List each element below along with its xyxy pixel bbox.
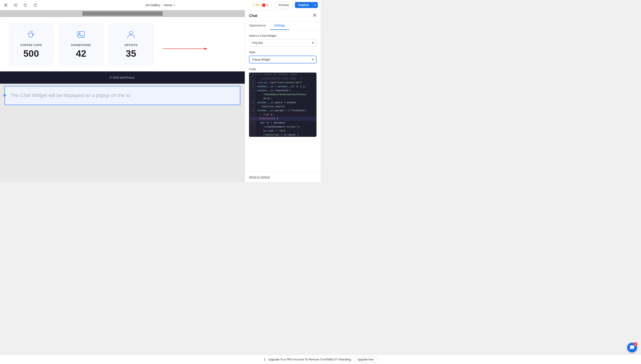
code-line-4c: 0e7a"; — [249, 96, 316, 100]
tab-appearance[interactable]: Appearance — [245, 21, 270, 30]
stat-label-exhibitions: EXHIBITIONS — [71, 44, 91, 47]
error-count: 1 — [267, 3, 268, 7]
reset-to-default-button[interactable]: Reset to Default — [249, 175, 270, 179]
code-line-3: 3 window.__tc = window.__tc || { }; — [249, 84, 316, 88]
stat-card-coffee: COFFEE CUPS 500 — [9, 24, 54, 65]
code-line-8: 8 var tc = document — [249, 121, 316, 125]
red-arrow — [163, 47, 208, 50]
chat-widget-select-group: Select a Chat Widget FAQ Bot — [249, 34, 316, 46]
menu-button[interactable] — [13, 2, 19, 8]
panel-close-button[interactable] — [313, 13, 316, 18]
code-line-6: 6 window.__tc.params = { freshStart — [249, 108, 316, 112]
breadcrumb-dropdown-icon[interactable]: ▾ — [173, 4, 175, 7]
undo-button[interactable] — [22, 2, 29, 8]
style-label: Style — [249, 50, 316, 54]
error-icon: 🔴 — [262, 3, 266, 7]
style-select-group: Style Popup Widget — [249, 50, 316, 64]
code-line-8d: /javascript'; tc.async = — [249, 133, 316, 137]
code-line-1b: .truvisibility.com) code --> — [249, 76, 316, 80]
code-line-5b: .location.search; — [249, 104, 316, 108]
chat-widget-select[interactable]: FAQ Bot — [249, 39, 316, 46]
code-line-4b: "b5e0dd0e1f8440c3ad70af9c00c8 — [249, 92, 316, 96]
canvas-area: COFFEE CUPS 500 EXHIBITIONS 42 — [0, 10, 245, 182]
error-badge: 🔴 1 — [262, 3, 268, 7]
warning-icon: ⚠ — [252, 3, 255, 7]
breadcrumb: Art Gallery / Home ▾ — [146, 3, 175, 7]
code-line-1: 1 <!-- Start of TruChat (chat — [249, 72, 316, 76]
code-line-8b: .createElement('script'); — [249, 125, 316, 129]
chat-widget-selected-element[interactable]: The Chat Widget will be displayed as a p… — [5, 86, 240, 105]
footer-text: © 2023 byArtFocus. — [110, 76, 135, 79]
stat-value-artists: 35 — [126, 49, 136, 58]
warning-badge: ⚠ 50 — [252, 3, 259, 7]
stat-label-coffee: COFFEE CUPS — [20, 44, 42, 47]
code-line-7: 7 ▶ (function() { — [249, 116, 316, 121]
svg-point-1 — [79, 33, 80, 34]
redo-button[interactable] — [32, 2, 38, 8]
panel-title: Chat — [249, 14, 257, 18]
code-label: Code — [249, 68, 316, 71]
code-line-5: 5 window.__tc.query = window — [249, 100, 316, 104]
close-button[interactable] — [3, 2, 9, 8]
stat-card-exhibitions: EXHIBITIONS 42 — [59, 24, 103, 65]
canvas-scroll[interactable]: COFFEE CUPS 500 EXHIBITIONS 42 — [0, 17, 245, 182]
code-block: 1 <!-- Start of TruChat (chat .truvisibi… — [249, 72, 316, 137]
warning-count: 50 — [256, 3, 259, 7]
svg-point-2 — [129, 31, 133, 34]
preview-button[interactable]: Preview — [275, 2, 293, 8]
coffee-icon — [27, 30, 36, 40]
breadcrumb-separator: / — [162, 3, 163, 7]
panel-header: Chat — [245, 10, 320, 21]
main-layout: COFFEE CUPS 500 EXHIBITIONS 42 — [0, 10, 320, 182]
stat-value-coffee: 500 — [23, 49, 39, 58]
code-line-2: 2 <script type="text/javascript"> — [249, 80, 316, 84]
topbar: Art Gallery / Home ▾ ⚠ 50 🔴 1 Preview Pu… — [0, 0, 320, 10]
code-line-6b: : true }; — [249, 112, 316, 116]
publish-group: Publish ▾ — [295, 2, 318, 8]
topbar-right: ⚠ 50 🔴 1 Preview Publish ▾ — [252, 2, 318, 8]
divider — [271, 3, 272, 7]
stats-section: COFFEE CUPS 500 EXHIBITIONS 42 — [0, 17, 245, 72]
tab-settings[interactable]: Settings — [270, 21, 289, 30]
panel-footer: Reset to Default — [245, 172, 320, 182]
code-line-8c: tc.type = 'text — [249, 129, 316, 133]
panel-content: Select a Chat Widget FAQ Bot Style Popup… — [245, 30, 320, 172]
breadcrumb-part1: Art Gallery — [146, 3, 160, 7]
canvas-footer: © 2023 byArtFocus. — [0, 72, 245, 84]
svg-marker-4 — [204, 48, 208, 50]
image-icon — [77, 30, 86, 40]
code-line-4: 4 window.__tc.channelId = — [249, 88, 316, 92]
left-resize-handle[interactable] — [4, 94, 6, 96]
right-panel: Chat Appearance Settings Select a Chat W… — [245, 10, 320, 182]
code-section: Code 1 <!-- Start of TruChat (chat .truv… — [249, 68, 316, 137]
panel-tabs: Appearance Settings — [245, 21, 320, 30]
canvas-top-strip — [0, 10, 245, 17]
style-select[interactable]: Popup Widget — [249, 56, 316, 64]
topbar-left — [3, 2, 38, 8]
person-icon — [127, 30, 135, 40]
stat-card-artists: ARTISTS 35 — [109, 24, 153, 65]
popup-preview-text: The Chat Widget will be displayed as a p… — [10, 92, 131, 98]
stat-label-artists: ARTISTS — [124, 44, 137, 47]
breadcrumb-part2: Home — [164, 3, 172, 7]
canvas-header-image — [82, 11, 163, 16]
publish-dropdown-button[interactable]: ▾ — [312, 2, 318, 8]
publish-button[interactable]: Publish — [295, 2, 312, 8]
stat-value-exhibitions: 42 — [76, 49, 86, 58]
chat-widget-select-label: Select a Chat Widget — [249, 34, 316, 38]
